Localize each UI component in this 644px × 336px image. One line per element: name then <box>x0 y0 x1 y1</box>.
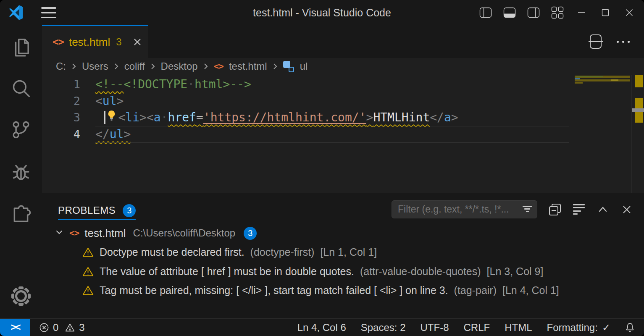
source-control-icon[interactable] <box>11 119 32 140</box>
problems-filter-input[interactable] <box>392 200 537 218</box>
close-icon[interactable] <box>623 6 636 19</box>
explorer-icon[interactable] <box>11 36 32 57</box>
problem-position: [Ln 4, Col 1] <box>502 284 559 297</box>
status-eol[interactable]: CRLF <box>464 322 490 333</box>
overview-cursor-mark <box>632 108 644 112</box>
remote-indicator[interactable]: >< <box>0 319 30 336</box>
toggle-panel-icon[interactable] <box>503 6 516 19</box>
status-encoding[interactable]: UTF-8 <box>421 322 449 333</box>
text-cursor <box>104 111 105 124</box>
bell-icon[interactable] <box>625 322 635 333</box>
line-number: 2 <box>42 93 95 110</box>
breadcrumb-users[interactable]: Users <box>82 60 108 72</box>
html-file-icon: <> <box>214 61 223 71</box>
breadcrumb-file[interactable]: test.html <box>229 60 267 72</box>
status-cursor-position[interactable]: Ln 4, Col 6 <box>297 322 346 333</box>
breadcrumb-desktop[interactable]: Desktop <box>161 60 198 72</box>
problem-row[interactable]: Tag must be paired, missing: [ </li> ], … <box>42 281 644 300</box>
error-count: 0 <box>53 322 58 333</box>
collapse-all-icon[interactable] <box>549 203 561 216</box>
chevron-right-icon <box>71 63 76 70</box>
lightbulb-icon[interactable] <box>106 110 117 127</box>
status-indentation[interactable]: Spaces: 2 <box>361 322 406 333</box>
problem-message: The value of attribute [ href ] must be … <box>100 265 354 278</box>
problems-tab-label: PROBLEMS <box>58 205 116 216</box>
html-file-icon: <> <box>53 36 64 48</box>
chevron-right-icon <box>273 63 278 70</box>
menu-icon[interactable] <box>41 7 56 18</box>
tab-test-html[interactable]: <> test.html 3 <box>42 25 148 58</box>
problem-message: Tag must be paired, missing: [ </li> ], … <box>100 284 448 297</box>
symbol-element-icon <box>283 61 294 72</box>
chevron-right-icon <box>203 63 208 70</box>
status-bar: >< 0 3 Ln 4, Col 6 Spaces: 2 UTF-8 CRLF … <box>0 318 644 336</box>
breadcrumb: C: Users coliff Desktop <> test.html ul <box>42 58 644 75</box>
warnings-icon <box>65 323 75 333</box>
vscode-window: test.html - Visual Studio Code <box>0 0 644 336</box>
warning-icon <box>82 247 94 257</box>
problem-message: Doctype must be declared first. <box>100 246 244 258</box>
filter-icon[interactable] <box>523 206 532 212</box>
line-number: 1 <box>42 76 95 93</box>
activity-bar <box>0 25 42 318</box>
problem-source: (attr-value-double-quotes) <box>360 265 481 278</box>
problem-list: Doctype must be declared first.(doctype-… <box>42 243 644 300</box>
vscode-logo-icon <box>8 5 24 20</box>
html-file-icon: <> <box>69 228 79 238</box>
extensions-icon[interactable] <box>11 202 32 223</box>
problem-row[interactable]: The value of attribute [ href ] must be … <box>42 262 644 281</box>
status-language[interactable]: HTML <box>505 322 532 333</box>
customize-layout-icon[interactable] <box>551 6 564 19</box>
status-formatting[interactable]: Formatting: ✓ <box>547 322 610 333</box>
toggle-secondary-sidebar-icon[interactable] <box>527 6 540 19</box>
code-lines: 1<!--<!DOCTYPE·html>-->2<ul>3<li><a·href… <box>42 76 644 142</box>
status-problems[interactable]: 0 3 <box>39 322 85 333</box>
toggle-primary-sidebar-icon[interactable] <box>479 6 492 19</box>
close-panel-icon[interactable] <box>620 203 633 216</box>
tab-label: test.html <box>69 36 110 49</box>
warning-icon <box>82 266 94 277</box>
problems-filter <box>392 200 537 218</box>
line-number: 4 <box>42 126 95 143</box>
problems-file-row[interactable]: <> test.html C:\Users\coliff\Desktop 3 <box>42 223 644 243</box>
problems-count-badge: 3 <box>123 204 136 217</box>
check-icon: ✓ <box>602 322 610 333</box>
run-and-debug-icon[interactable] <box>11 161 32 182</box>
overview-ruler[interactable] <box>631 75 644 193</box>
file-problem-count-badge: 3 <box>244 227 257 240</box>
code-line-2[interactable]: 2<ul> <box>42 93 644 110</box>
minimize-icon[interactable] <box>575 6 588 19</box>
problems-tab[interactable]: PROBLEMS 3 <box>58 204 136 220</box>
code-editor[interactable]: 1<!--<!DOCTYPE·html>-->2<ul>3<li><a·href… <box>42 75 644 193</box>
chevron-down-icon <box>55 228 64 239</box>
problem-source: (doctype-first) <box>250 246 315 258</box>
breadcrumb-coliff[interactable]: coliff <box>124 60 145 72</box>
title-bar: test.html - Visual Studio Code <box>0 0 644 25</box>
problem-position: [Ln 1, Col 1] <box>320 246 377 258</box>
problems-file-path: C:\Users\coliff\Desktop <box>133 227 236 239</box>
maximize-panel-icon[interactable] <box>597 203 609 216</box>
search-icon[interactable] <box>11 78 32 99</box>
maximize-icon[interactable] <box>599 6 612 19</box>
breadcrumb-symbol[interactable]: ul <box>300 60 308 72</box>
problem-row[interactable]: Doctype must be declared first.(doctype-… <box>42 243 644 262</box>
settings-gear-icon[interactable] <box>11 286 32 307</box>
code-line-4[interactable]: 4</ul> <box>42 126 644 143</box>
chevron-right-icon <box>114 63 119 70</box>
warning-count: 3 <box>79 322 84 333</box>
errors-icon <box>39 323 49 333</box>
code-line-3[interactable]: 3<li><a·href='https://htmlhint.com/'>HTM… <box>42 109 644 126</box>
problems-panel: PROBLEMS 3 <> tes <box>42 193 644 318</box>
tab-problem-count: 3 <box>116 36 121 48</box>
problem-position: [Ln 3, Col 9] <box>487 265 544 278</box>
overview-warning-mark <box>635 75 643 87</box>
breadcrumb-drive[interactable]: C: <box>56 60 66 72</box>
split-editor-icon[interactable] <box>590 34 602 49</box>
problems-file-name: test.html <box>84 227 126 240</box>
code-line-1[interactable]: 1<!--<!DOCTYPE·html>--> <box>42 76 644 93</box>
warning-icon <box>82 285 94 296</box>
tab-close-icon[interactable] <box>133 37 142 47</box>
minimap[interactable] <box>573 75 631 193</box>
view-as-table-icon[interactable] <box>573 203 585 216</box>
more-actions-icon[interactable] <box>617 41 630 43</box>
